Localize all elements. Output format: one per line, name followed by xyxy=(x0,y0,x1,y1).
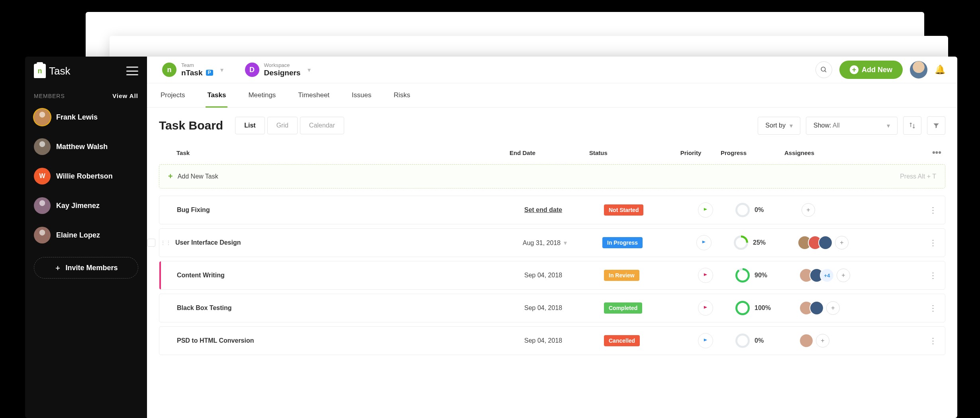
topbar: n Team nTaskP ▾ D Workspace Designers ▾ xyxy=(147,57,957,83)
show-value: All xyxy=(833,122,840,129)
end-date[interactable]: Aug 31, 2018▾ xyxy=(523,239,567,246)
assignee-avatar[interactable] xyxy=(809,301,824,315)
main-panel: n Team nTaskP ▾ D Workspace Designers ▾ xyxy=(147,57,957,418)
row-menu-icon[interactable]: ⋮ xyxy=(929,238,938,247)
progress-text: 25% xyxy=(753,239,766,246)
tab-timesheet[interactable]: Timesheet xyxy=(296,83,331,107)
tab-meetings[interactable]: Meetings xyxy=(247,83,277,107)
assignee-avatar[interactable] xyxy=(818,235,833,250)
row-menu-icon[interactable]: ⋮ xyxy=(929,304,938,312)
status-badge[interactable]: In Review xyxy=(604,270,639,281)
more-icon[interactable]: ••• xyxy=(856,147,945,158)
avatar xyxy=(34,197,51,214)
menu-icon[interactable] xyxy=(126,67,138,75)
status-badge[interactable]: Completed xyxy=(604,302,642,314)
sidebar-member[interactable]: Elaine Lopez xyxy=(34,220,138,250)
chevron-down-icon: ▾ xyxy=(564,239,567,246)
task-row[interactable]: Bug FixingSet end dateNot Started0%+⋮ xyxy=(159,196,945,224)
page-title: Task Board xyxy=(159,119,223,132)
breadcrumb-workspace[interactable]: D Workspace Designers ▾ xyxy=(242,61,325,79)
shortcut-hint: Press Alt + T xyxy=(900,173,936,180)
add-assignee-button[interactable]: + xyxy=(816,334,829,347)
add-assignee-button[interactable]: + xyxy=(826,301,840,315)
end-date[interactable]: Sep 04, 2018 xyxy=(524,304,562,311)
view-calendar-button[interactable]: Calendar xyxy=(300,117,344,134)
add-new-button[interactable]: + Add New xyxy=(839,61,903,79)
priority-flag-button[interactable] xyxy=(698,268,713,283)
task-row[interactable]: Black Box TestingSep 04, 2018Completed10… xyxy=(159,294,945,322)
row-menu-icon[interactable]: ⋮ xyxy=(929,271,938,280)
flag-icon xyxy=(703,338,708,343)
brand-text: Task xyxy=(49,65,70,77)
breadcrumb-team[interactable]: n Team nTaskP ▾ xyxy=(159,61,237,79)
sort-by-label: Sort by xyxy=(765,122,786,129)
priority-flag-button[interactable] xyxy=(698,202,713,218)
add-new-label: Add New xyxy=(862,66,892,74)
sidebar-member[interactable]: WWillie Robertson xyxy=(34,161,138,191)
progress-text: 90% xyxy=(755,272,767,279)
task-row[interactable]: PSD to HTML ConversionSep 04, 2018Cancel… xyxy=(159,326,945,355)
tab-tasks[interactable]: Tasks xyxy=(206,83,227,107)
task-row[interactable]: Content WritingSep 04, 2018In Review90%+… xyxy=(159,261,945,290)
sidebar-member[interactable]: Matthew Walsh xyxy=(34,132,138,161)
invite-label: Invite Members xyxy=(65,264,118,272)
add-assignee-button[interactable]: + xyxy=(835,236,849,249)
col-priority: Priority xyxy=(661,149,721,156)
task-name: Bug Fixing xyxy=(177,206,210,213)
progress-ring xyxy=(735,334,750,348)
progress-ring xyxy=(734,235,748,250)
tab-projects[interactable]: Projects xyxy=(159,83,186,107)
tab-risks[interactable]: Risks xyxy=(392,83,412,107)
status-badge[interactable]: Cancelled xyxy=(604,335,640,346)
profile-avatar[interactable] xyxy=(910,61,927,78)
row-checkbox[interactable] xyxy=(147,239,155,247)
filter-button[interactable] xyxy=(927,116,945,135)
members-label: MEMBERS xyxy=(34,93,65,99)
add-assignee-button[interactable]: + xyxy=(837,269,850,282)
status-badge[interactable]: Not Started xyxy=(604,204,643,216)
sidebar-member[interactable]: Frank Lewis xyxy=(34,102,138,132)
view-grid-button[interactable]: Grid xyxy=(267,117,298,134)
search-icon xyxy=(820,66,827,73)
progress-ring xyxy=(735,268,750,283)
swap-sort-button[interactable] xyxy=(903,116,921,135)
priority-flag-button[interactable] xyxy=(698,300,713,316)
drag-handle-icon[interactable]: ⋮⋮ xyxy=(159,239,172,246)
workspace-value: Designers xyxy=(264,69,301,77)
show-label: Show: xyxy=(813,122,831,129)
plus-icon: + xyxy=(168,172,173,181)
tab-issues[interactable]: Issues xyxy=(350,83,373,107)
team-badge: n xyxy=(162,63,176,77)
status-badge[interactable]: In Progress xyxy=(602,237,643,248)
assignee-overflow[interactable]: +4 xyxy=(820,268,834,283)
flag-icon xyxy=(703,273,708,278)
plus-circle-icon: + xyxy=(850,65,858,74)
member-name: Kay Jimenez xyxy=(56,202,100,210)
add-task-row[interactable]: + Add New Task Press Alt + T xyxy=(159,164,945,188)
nav-tabs: ProjectsTasksMeetingsTimesheetIssuesRisk… xyxy=(147,83,957,108)
priority-flag-button[interactable] xyxy=(698,333,713,348)
svg-point-0 xyxy=(821,67,825,71)
view-all-link[interactable]: View All xyxy=(112,92,138,99)
priority-flag-button[interactable] xyxy=(696,235,711,250)
task-grid: Task End Date Status Priority Progress A… xyxy=(147,143,957,371)
task-row[interactable]: ⋮⋮User Interface DesignAug 31, 2018▾In P… xyxy=(159,228,945,257)
notifications-icon[interactable]: 🔔 xyxy=(935,65,945,75)
search-button[interactable] xyxy=(815,61,832,78)
brand-logo[interactable]: n Task xyxy=(34,64,70,78)
end-date[interactable]: Sep 04, 2018 xyxy=(524,337,562,344)
row-menu-icon[interactable]: ⋮ xyxy=(929,336,938,345)
end-date[interactable]: Sep 04, 2018 xyxy=(524,272,562,279)
view-list-button[interactable]: List xyxy=(235,117,265,134)
end-date[interactable]: Set end date xyxy=(524,206,562,213)
show-filter-select[interactable]: Show: All ▾ xyxy=(806,117,898,135)
progress-text: 100% xyxy=(755,304,771,312)
task-name: PSD to HTML Conversion xyxy=(177,337,254,344)
row-menu-icon[interactable]: ⋮ xyxy=(929,206,938,214)
add-assignee-button[interactable]: + xyxy=(802,203,815,217)
assignee-avatar[interactable] xyxy=(799,334,813,348)
sidebar-member[interactable]: Kay Jimenez xyxy=(34,191,138,220)
progress-text: 0% xyxy=(755,337,764,344)
sort-by-select[interactable]: Sort by ▾ xyxy=(758,117,800,135)
invite-members-button[interactable]: ＋ Invite Members xyxy=(34,257,138,279)
